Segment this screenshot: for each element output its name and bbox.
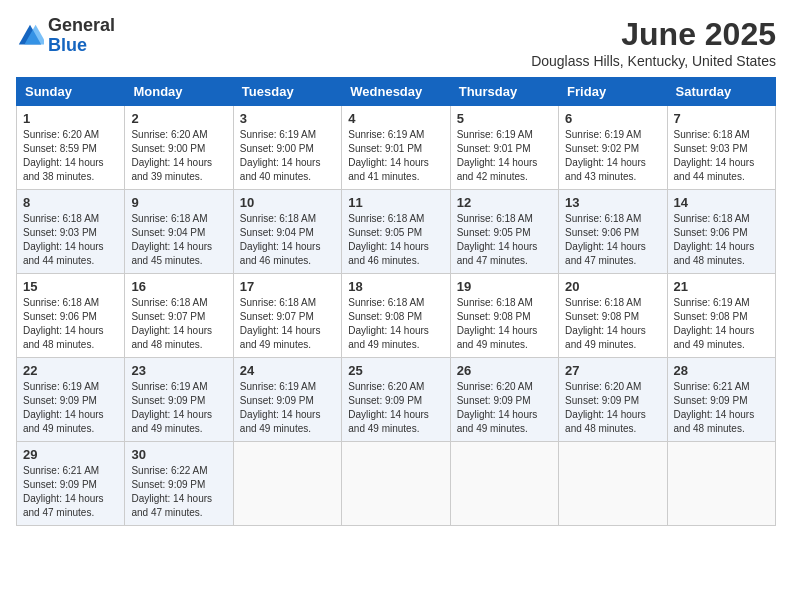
day-number: 17: [240, 279, 335, 294]
day-info: Sunrise: 6:19 AM Sunset: 9:01 PM Dayligh…: [348, 128, 443, 184]
day-info: Sunrise: 6:19 AM Sunset: 9:09 PM Dayligh…: [240, 380, 335, 436]
calendar-week-row: 15Sunrise: 6:18 AM Sunset: 9:06 PM Dayli…: [17, 274, 776, 358]
calendar-cell: 25Sunrise: 6:20 AM Sunset: 9:09 PM Dayli…: [342, 358, 450, 442]
day-info: Sunrise: 6:18 AM Sunset: 9:04 PM Dayligh…: [131, 212, 226, 268]
day-number: 9: [131, 195, 226, 210]
day-info: Sunrise: 6:18 AM Sunset: 9:05 PM Dayligh…: [457, 212, 552, 268]
day-info: Sunrise: 6:20 AM Sunset: 9:00 PM Dayligh…: [131, 128, 226, 184]
calendar-week-row: 29Sunrise: 6:21 AM Sunset: 9:09 PM Dayli…: [17, 442, 776, 526]
day-info: Sunrise: 6:20 AM Sunset: 9:09 PM Dayligh…: [565, 380, 660, 436]
calendar-cell: 14Sunrise: 6:18 AM Sunset: 9:06 PM Dayli…: [667, 190, 775, 274]
day-info: Sunrise: 6:19 AM Sunset: 9:09 PM Dayligh…: [131, 380, 226, 436]
calendar-subtitle: Douglass Hills, Kentucky, United States: [531, 53, 776, 69]
day-number: 30: [131, 447, 226, 462]
day-info: Sunrise: 6:18 AM Sunset: 9:06 PM Dayligh…: [674, 212, 769, 268]
calendar-week-row: 1Sunrise: 6:20 AM Sunset: 8:59 PM Daylig…: [17, 106, 776, 190]
day-number: 24: [240, 363, 335, 378]
day-number: 23: [131, 363, 226, 378]
logo: General Blue: [16, 16, 115, 56]
calendar-cell: 5Sunrise: 6:19 AM Sunset: 9:01 PM Daylig…: [450, 106, 558, 190]
day-info: Sunrise: 6:21 AM Sunset: 9:09 PM Dayligh…: [23, 464, 118, 520]
calendar-cell: 16Sunrise: 6:18 AM Sunset: 9:07 PM Dayli…: [125, 274, 233, 358]
title-area: June 2025 Douglass Hills, Kentucky, Unit…: [531, 16, 776, 69]
calendar-cell: 12Sunrise: 6:18 AM Sunset: 9:05 PM Dayli…: [450, 190, 558, 274]
calendar-cell: 22Sunrise: 6:19 AM Sunset: 9:09 PM Dayli…: [17, 358, 125, 442]
day-number: 26: [457, 363, 552, 378]
calendar-week-row: 8Sunrise: 6:18 AM Sunset: 9:03 PM Daylig…: [17, 190, 776, 274]
calendar-cell: 20Sunrise: 6:18 AM Sunset: 9:08 PM Dayli…: [559, 274, 667, 358]
day-info: Sunrise: 6:18 AM Sunset: 9:07 PM Dayligh…: [131, 296, 226, 352]
calendar-cell: 9Sunrise: 6:18 AM Sunset: 9:04 PM Daylig…: [125, 190, 233, 274]
calendar-cell: 19Sunrise: 6:18 AM Sunset: 9:08 PM Dayli…: [450, 274, 558, 358]
calendar-cell: 8Sunrise: 6:18 AM Sunset: 9:03 PM Daylig…: [17, 190, 125, 274]
calendar-cell: 2Sunrise: 6:20 AM Sunset: 9:00 PM Daylig…: [125, 106, 233, 190]
day-info: Sunrise: 6:21 AM Sunset: 9:09 PM Dayligh…: [674, 380, 769, 436]
day-info: Sunrise: 6:18 AM Sunset: 9:08 PM Dayligh…: [348, 296, 443, 352]
calendar-table: SundayMondayTuesdayWednesdayThursdayFrid…: [16, 77, 776, 526]
day-number: 25: [348, 363, 443, 378]
day-info: Sunrise: 6:18 AM Sunset: 9:03 PM Dayligh…: [674, 128, 769, 184]
day-number: 16: [131, 279, 226, 294]
header: General Blue June 2025 Douglass Hills, K…: [16, 16, 776, 69]
day-info: Sunrise: 6:18 AM Sunset: 9:03 PM Dayligh…: [23, 212, 118, 268]
calendar-cell: 6Sunrise: 6:19 AM Sunset: 9:02 PM Daylig…: [559, 106, 667, 190]
day-info: Sunrise: 6:20 AM Sunset: 8:59 PM Dayligh…: [23, 128, 118, 184]
day-of-week-header: Tuesday: [233, 78, 341, 106]
calendar-cell: 30Sunrise: 6:22 AM Sunset: 9:09 PM Dayli…: [125, 442, 233, 526]
day-info: Sunrise: 6:20 AM Sunset: 9:09 PM Dayligh…: [457, 380, 552, 436]
calendar-cell: 23Sunrise: 6:19 AM Sunset: 9:09 PM Dayli…: [125, 358, 233, 442]
day-info: Sunrise: 6:19 AM Sunset: 9:08 PM Dayligh…: [674, 296, 769, 352]
calendar-cell: 27Sunrise: 6:20 AM Sunset: 9:09 PM Dayli…: [559, 358, 667, 442]
calendar-cell: 11Sunrise: 6:18 AM Sunset: 9:05 PM Dayli…: [342, 190, 450, 274]
calendar-cell: 10Sunrise: 6:18 AM Sunset: 9:04 PM Dayli…: [233, 190, 341, 274]
day-info: Sunrise: 6:20 AM Sunset: 9:09 PM Dayligh…: [348, 380, 443, 436]
calendar-cell: 24Sunrise: 6:19 AM Sunset: 9:09 PM Dayli…: [233, 358, 341, 442]
calendar-cell: 15Sunrise: 6:18 AM Sunset: 9:06 PM Dayli…: [17, 274, 125, 358]
day-number: 2: [131, 111, 226, 126]
day-of-week-header: Thursday: [450, 78, 558, 106]
calendar-cell: 28Sunrise: 6:21 AM Sunset: 9:09 PM Dayli…: [667, 358, 775, 442]
day-info: Sunrise: 6:18 AM Sunset: 9:06 PM Dayligh…: [565, 212, 660, 268]
logo-blue: Blue: [48, 36, 115, 56]
day-number: 8: [23, 195, 118, 210]
day-info: Sunrise: 6:18 AM Sunset: 9:04 PM Dayligh…: [240, 212, 335, 268]
day-number: 1: [23, 111, 118, 126]
calendar-cell: 3Sunrise: 6:19 AM Sunset: 9:00 PM Daylig…: [233, 106, 341, 190]
calendar-week-row: 22Sunrise: 6:19 AM Sunset: 9:09 PM Dayli…: [17, 358, 776, 442]
calendar-cell: 1Sunrise: 6:20 AM Sunset: 8:59 PM Daylig…: [17, 106, 125, 190]
day-number: 29: [23, 447, 118, 462]
calendar-cell: 26Sunrise: 6:20 AM Sunset: 9:09 PM Dayli…: [450, 358, 558, 442]
day-info: Sunrise: 6:18 AM Sunset: 9:05 PM Dayligh…: [348, 212, 443, 268]
day-info: Sunrise: 6:18 AM Sunset: 9:06 PM Dayligh…: [23, 296, 118, 352]
day-number: 12: [457, 195, 552, 210]
day-number: 13: [565, 195, 660, 210]
logo-text: General Blue: [48, 16, 115, 56]
calendar-cell: 7Sunrise: 6:18 AM Sunset: 9:03 PM Daylig…: [667, 106, 775, 190]
calendar-title: June 2025: [531, 16, 776, 53]
day-number: 7: [674, 111, 769, 126]
calendar-cell: 13Sunrise: 6:18 AM Sunset: 9:06 PM Dayli…: [559, 190, 667, 274]
day-info: Sunrise: 6:22 AM Sunset: 9:09 PM Dayligh…: [131, 464, 226, 520]
day-of-week-header: Saturday: [667, 78, 775, 106]
day-info: Sunrise: 6:19 AM Sunset: 9:02 PM Dayligh…: [565, 128, 660, 184]
day-number: 22: [23, 363, 118, 378]
day-info: Sunrise: 6:19 AM Sunset: 9:09 PM Dayligh…: [23, 380, 118, 436]
calendar-cell: 17Sunrise: 6:18 AM Sunset: 9:07 PM Dayli…: [233, 274, 341, 358]
calendar-cell: 4Sunrise: 6:19 AM Sunset: 9:01 PM Daylig…: [342, 106, 450, 190]
day-number: 19: [457, 279, 552, 294]
day-number: 5: [457, 111, 552, 126]
day-number: 15: [23, 279, 118, 294]
logo-icon: [16, 22, 44, 50]
logo-general: General: [48, 16, 115, 36]
calendar-cell: [233, 442, 341, 526]
day-info: Sunrise: 6:18 AM Sunset: 9:07 PM Dayligh…: [240, 296, 335, 352]
calendar-cell: [450, 442, 558, 526]
day-number: 14: [674, 195, 769, 210]
day-info: Sunrise: 6:18 AM Sunset: 9:08 PM Dayligh…: [457, 296, 552, 352]
day-of-week-header: Monday: [125, 78, 233, 106]
calendar-header-row: SundayMondayTuesdayWednesdayThursdayFrid…: [17, 78, 776, 106]
calendar-cell: [342, 442, 450, 526]
calendar-cell: [559, 442, 667, 526]
day-number: 27: [565, 363, 660, 378]
day-number: 18: [348, 279, 443, 294]
